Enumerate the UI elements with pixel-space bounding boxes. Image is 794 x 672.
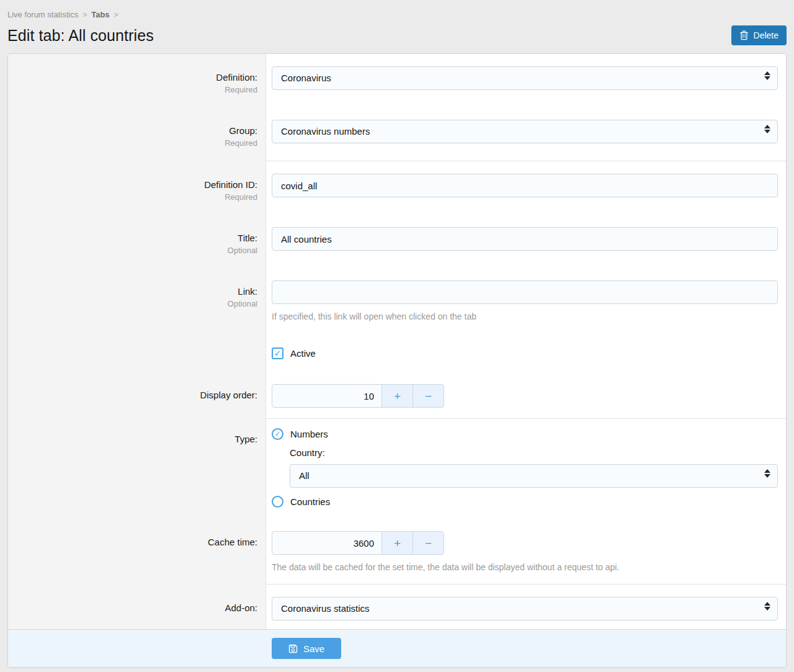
definition-id-label-cell: Definition ID: Required — [8, 161, 265, 215]
group-select-value: Coronavirus numbers — [281, 126, 370, 137]
select-arrows-icon — [764, 602, 770, 611]
type-label: Type: — [8, 434, 257, 444]
active-checkbox[interactable]: ✓ — [272, 347, 283, 359]
type-country-group: Country: All — [290, 447, 778, 488]
form-row-type: Type: ✓ Numbers Country: All — [8, 419, 786, 520]
radio-selected-icon[interactable]: ✓ — [272, 428, 283, 440]
country-select[interactable]: All — [290, 464, 778, 488]
link-hint: If specified, this link will open when c… — [272, 311, 778, 321]
minus-icon: − — [425, 537, 432, 549]
save-button[interactable]: Save — [272, 638, 341, 659]
delete-button[interactable]: Delete — [731, 25, 787, 45]
cache-time-decrement-button[interactable]: − — [413, 531, 444, 555]
form-footer: Save — [8, 629, 786, 667]
page-title: Edit tab: All countries — [7, 27, 154, 45]
breadcrumb-separator: > — [114, 11, 118, 19]
plus-icon: + — [394, 390, 401, 402]
form-row-display-order: Display order: + − — [8, 373, 786, 419]
page: Live forum statistics > Tabs > Edit tab:… — [0, 0, 794, 668]
select-arrows-icon — [764, 469, 770, 478]
type-option-countries[interactable]: Countries — [272, 496, 778, 508]
cache-time-increment-button[interactable]: + — [381, 531, 413, 555]
plus-icon: + — [394, 537, 401, 549]
active-label-cell — [8, 334, 265, 373]
display-order-increment-button[interactable]: + — [381, 384, 413, 408]
group-label-cell: Group: Required — [8, 107, 265, 161]
definition-requirement: Required — [8, 85, 257, 94]
addon-select[interactable]: Coronavirus statistics — [272, 597, 778, 620]
form-row-addon: Add-on: Coronavirus statistics — [8, 585, 786, 629]
active-checkbox-row[interactable]: ✓ Active — [272, 347, 778, 359]
display-order-input[interactable] — [272, 384, 382, 408]
save-button-label: Save — [303, 643, 324, 654]
active-checkbox-label: Active — [290, 348, 316, 359]
title-row: Edit tab: All countries Delete — [7, 25, 787, 45]
definition-id-label: Definition ID: — [8, 179, 257, 190]
form-row-title: Title: Optional — [8, 215, 786, 268]
cache-time-stepper: + − — [272, 531, 778, 555]
addon-label-cell: Add-on: — [8, 585, 265, 629]
display-order-label-cell: Display order: — [8, 373, 265, 419]
link-input[interactable] — [272, 280, 778, 304]
type-option-numbers-label: Numbers — [290, 429, 328, 439]
group-select[interactable]: Coronavirus numbers — [272, 120, 778, 143]
radio-unselected-icon[interactable] — [272, 496, 283, 508]
cache-time-label: Cache time: — [8, 537, 257, 547]
form-row-definition-id: Definition ID: Required — [8, 161, 786, 215]
title-requirement: Optional — [8, 246, 257, 255]
display-order-decrement-button[interactable]: − — [413, 384, 444, 408]
addon-label: Add-on: — [8, 603, 257, 613]
breadcrumb-item-tabs[interactable]: Tabs — [91, 10, 109, 19]
display-order-label: Display order: — [8, 390, 257, 400]
display-order-stepper: + − — [272, 384, 778, 408]
addon-select-value: Coronavirus statistics — [281, 603, 370, 614]
select-arrows-icon — [764, 71, 770, 80]
cache-time-label-cell: Cache time: — [8, 520, 265, 585]
cache-time-input[interactable] — [272, 531, 382, 555]
save-icon — [288, 644, 298, 653]
cache-time-hint: The data will be cached for the set time… — [272, 562, 778, 572]
country-label: Country: — [290, 447, 778, 458]
form-row-link: Link: Optional If specified, this link w… — [8, 268, 786, 334]
checkbox-check-icon: ✓ — [274, 349, 281, 357]
link-requirement: Optional — [8, 299, 257, 308]
form-row-definition: Definition: Required Coronavirus — [8, 54, 786, 107]
definition-id-requirement: Required — [8, 192, 257, 202]
definition-label-cell: Definition: Required — [8, 54, 265, 107]
minus-icon: − — [425, 390, 432, 402]
form-row-group: Group: Required Coronavirus numbers — [8, 107, 786, 161]
title-input[interactable] — [272, 227, 778, 251]
breadcrumb-item-live-forum-statistics[interactable]: Live forum statistics — [7, 10, 78, 19]
breadcrumb: Live forum statistics > Tabs > — [7, 0, 787, 19]
definition-id-input[interactable] — [272, 174, 778, 197]
trash-icon — [739, 30, 749, 40]
definition-select-value: Coronavirus — [281, 73, 331, 83]
radio-check-icon: ✓ — [275, 431, 280, 437]
group-requirement: Required — [8, 138, 257, 148]
form-row-active: ✓ Active — [8, 334, 786, 373]
select-arrows-icon — [764, 125, 770, 133]
type-option-countries-label: Countries — [290, 496, 330, 507]
edit-tab-form: Definition: Required Coronavirus Group: … — [7, 53, 787, 668]
definition-label: Definition: — [8, 72, 257, 83]
delete-button-label: Delete — [754, 30, 778, 40]
link-label-cell: Link: Optional — [8, 268, 265, 334]
breadcrumb-separator: > — [83, 11, 87, 19]
country-select-value: All — [299, 470, 310, 481]
form-row-cache-time: Cache time: + − The data will be cached … — [8, 520, 786, 585]
type-label-cell: Type: — [8, 419, 265, 520]
link-label: Link: — [8, 286, 257, 297]
group-label: Group: — [8, 125, 257, 136]
type-option-numbers[interactable]: ✓ Numbers — [272, 428, 778, 440]
title-label-cell: Title: Optional — [8, 215, 265, 268]
definition-select[interactable]: Coronavirus — [272, 66, 778, 90]
title-label: Title: — [8, 233, 257, 243]
